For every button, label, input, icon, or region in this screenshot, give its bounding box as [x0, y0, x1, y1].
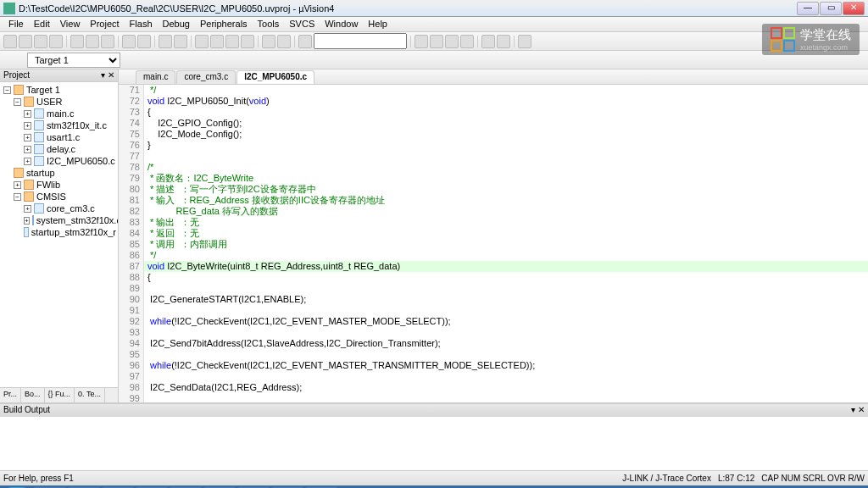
app-icon	[3, 3, 15, 14]
debug-icon[interactable]	[415, 35, 428, 48]
build-output-panel: Build Output▾ ✕	[0, 402, 868, 470]
code-lines[interactable]: */void I2C_MPU6050_Init(void){ I2C_GPIO_…	[144, 85, 868, 402]
bookmark-icon[interactable]	[195, 35, 209, 48]
save-icon[interactable]	[34, 35, 47, 48]
copy-icon[interactable]	[86, 35, 99, 48]
new-icon[interactable]	[3, 35, 17, 48]
menu-help[interactable]: Help	[363, 17, 392, 31]
nav-back-icon[interactable]	[159, 35, 172, 48]
status-bar: For Help, press F1 J-LINK / J-Trace Cort…	[0, 470, 868, 485]
line-gutter: 7172737475767778798081828384858687888990…	[119, 85, 144, 402]
find-icon[interactable]	[298, 35, 312, 48]
menu-project[interactable]: Project	[85, 17, 124, 31]
menu-bar: FileEditViewProjectFlashDebugPeripherals…	[0, 17, 868, 32]
menu-svcs[interactable]: SVCS	[284, 17, 320, 31]
menu-edit[interactable]: Edit	[29, 17, 55, 31]
watermark-logo: 学堂在线 xuetangx.com	[762, 24, 860, 55]
window-title: D:\TestCode\I2C\MPU6050_Real\2C\USER\I2C…	[19, 3, 797, 14]
saveall-icon[interactable]	[49, 35, 63, 48]
status-help: For Help, press F1	[3, 474, 622, 483]
toolbar-build: Target 1	[0, 51, 868, 69]
sidebar-tab[interactable]: 0. Te...	[75, 388, 105, 402]
project-tree[interactable]: −Target 1 −USER +main.c +stm32f10x_it.c …	[0, 82, 118, 387]
menu-view[interactable]: View	[55, 17, 86, 31]
panel-toggle-icon[interactable]: ▾ ✕	[101, 70, 114, 80]
bp-kill-icon[interactable]	[460, 35, 474, 48]
bookmark-prev-icon[interactable]	[210, 35, 224, 48]
project-panel: Project▾ ✕ −Target 1 −USER +main.c +stm3…	[0, 69, 119, 402]
find-combo[interactable]	[314, 33, 407, 49]
close-button[interactable]: ✕	[843, 2, 865, 15]
window-icon[interactable]	[481, 35, 495, 48]
menu-flash[interactable]: Flash	[125, 17, 158, 31]
status-indicators: CAP NUM SCRL OVR R/W	[761, 474, 865, 483]
sidebar-tabs[interactable]: Pr...Bo...{} Fu...0. Te...	[0, 387, 118, 402]
bp-disable-icon[interactable]	[445, 35, 459, 48]
menu-window[interactable]: Window	[320, 17, 363, 31]
editor-tabs: main.ccore_cm3.cI2C_MPU6050.c	[119, 69, 868, 85]
toolbar-main	[0, 32, 868, 51]
outdent-icon[interactable]	[277, 35, 291, 48]
paste-icon[interactable]	[101, 35, 114, 48]
sidebar-tab[interactable]: Pr...	[0, 388, 21, 402]
menu-peripherals[interactable]: Peripherals	[195, 17, 253, 31]
minimize-button[interactable]: —	[797, 2, 819, 15]
sidebar-tab[interactable]: {} Fu...	[45, 388, 75, 402]
undo-icon[interactable]	[122, 35, 136, 48]
menu-tools[interactable]: Tools	[253, 17, 285, 31]
menu-debug[interactable]: Debug	[158, 17, 195, 31]
target-selector[interactable]: Target 1	[27, 53, 120, 68]
code-editor[interactable]: 7172737475767778798081828384858687888990…	[119, 85, 868, 402]
editor-tab[interactable]: I2C_MPU6050.c	[236, 70, 314, 84]
open-icon[interactable]	[19, 35, 32, 48]
status-cursor: L:87 C:12	[718, 474, 754, 483]
editor-tab[interactable]: main.c	[136, 70, 175, 84]
bookmark-next-icon[interactable]	[225, 35, 239, 48]
output-toggle-icon[interactable]: ▾ ✕	[851, 405, 865, 416]
bp-icon[interactable]	[430, 35, 443, 48]
menu-file[interactable]: File	[3, 17, 29, 31]
project-panel-title: Project	[3, 70, 30, 80]
config-icon[interactable]	[497, 35, 510, 48]
output-title: Build Output	[3, 405, 50, 416]
bookmark-clear-icon[interactable]	[241, 35, 254, 48]
sidebar-tab[interactable]: Bo...	[21, 388, 45, 402]
indent-icon[interactable]	[262, 35, 275, 48]
title-bar: D:\TestCode\I2C\MPU6050_Real\2C\USER\I2C…	[0, 0, 868, 17]
output-body[interactable]	[0, 417, 868, 472]
nav-fwd-icon[interactable]	[174, 35, 187, 48]
redo-icon[interactable]	[137, 35, 151, 48]
editor-tab[interactable]: core_cm3.c	[176, 70, 236, 84]
tools-icon[interactable]	[518, 35, 531, 48]
status-debugger: J-LINK / J-Trace Cortex	[622, 474, 711, 483]
maximize-button[interactable]: ▭	[820, 2, 842, 15]
cut-icon[interactable]	[70, 35, 84, 48]
